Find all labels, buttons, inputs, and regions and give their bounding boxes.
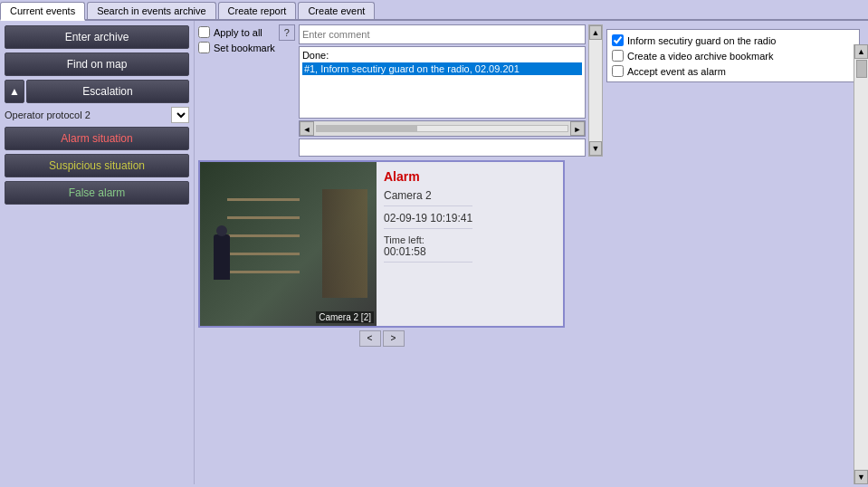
- comment-display: [299, 138, 586, 157]
- right-checkbox-2[interactable]: [612, 65, 624, 77]
- done-text: #1, Inform secutiry guard on the radio, …: [302, 62, 582, 75]
- time-left-field: Time left: 00:01:58: [384, 234, 472, 263]
- hscroll-left-button[interactable]: ◄: [300, 121, 314, 136]
- right-checkbox-row-2: Accept event as alarm: [612, 65, 854, 77]
- done-label: Done:: [302, 50, 329, 61]
- tab-current-events[interactable]: Current events: [0, 2, 85, 21]
- main-scroll-down-button[interactable]: ▼: [854, 470, 868, 484]
- false-alarm-button[interactable]: False alarm: [5, 181, 189, 205]
- right-checkbox-0[interactable]: [612, 34, 624, 46]
- camera-thumbnail-label: Camera 2 [2]: [316, 311, 374, 323]
- checkboxes-area: Apply to all Set bookmark: [198, 24, 275, 53]
- left-panel: Enter archive Find on map ▲ Escalation O…: [0, 21, 195, 484]
- comment-input[interactable]: [299, 24, 586, 44]
- event-info: Alarm Camera 2 02-09-19 10:19:41 Time le…: [377, 162, 480, 326]
- nav-next-button[interactable]: >: [383, 330, 405, 347]
- set-bookmark-checkbox[interactable]: [198, 42, 210, 53]
- event-card-wrapper: Camera 2 [2] Alarm Camera 2 02-09-19 10:…: [198, 160, 565, 347]
- right-checkbox-1[interactable]: [612, 50, 624, 62]
- tab-create-report[interactable]: Create report: [218, 2, 297, 19]
- protocol-label: Operator protocol 2: [5, 110, 169, 120]
- escalation-button[interactable]: Escalation: [26, 80, 189, 103]
- protocol-select[interactable]: 2 1 3: [171, 107, 189, 123]
- vscroll-track: [589, 40, 602, 141]
- right-label-0: Inform secutiry guard on the radio: [627, 35, 776, 46]
- help-button[interactable]: ?: [279, 24, 295, 41]
- enter-archive-button[interactable]: Enter archive: [5, 25, 189, 49]
- main-scroll-track: [854, 59, 868, 470]
- hscroll-track[interactable]: [316, 125, 568, 132]
- hscroll-thumb: [317, 126, 417, 131]
- set-bookmark-label: Set bookmark: [214, 43, 275, 53]
- protocol-row: Operator protocol 2 2 1 3: [5, 107, 189, 123]
- bottom-row: Camera 2 [2] Alarm Camera 2 02-09-19 10:…: [198, 160, 864, 347]
- escalation-up-button[interactable]: ▲: [5, 80, 24, 103]
- shelf-5: [227, 271, 300, 273]
- nav-row: < >: [198, 330, 565, 347]
- comment-vscrollbar[interactable]: ▲ ▼: [588, 24, 603, 157]
- shelf-1: [227, 198, 300, 201]
- person-head: [216, 225, 227, 236]
- set-bookmark-row: Set bookmark: [198, 42, 275, 53]
- camera-thumbnail: Camera 2 [2]: [200, 162, 377, 326]
- right-label-1: Create a video archive bookmark: [627, 51, 773, 62]
- right-panel: Inform secutiry guard on the radio Creat…: [606, 29, 860, 82]
- suspicious-situation-button[interactable]: Suspicious situation: [5, 154, 189, 177]
- top-row: Apply to all Set bookmark ? Done: #1, In…: [198, 24, 864, 157]
- tab-search-archive[interactable]: Search in events archive: [87, 2, 215, 19]
- event-card: Camera 2 [2] Alarm Camera 2 02-09-19 10:…: [198, 160, 565, 328]
- apply-to-all-row: Apply to all: [198, 26, 275, 38]
- nav-prev-button[interactable]: <: [359, 330, 381, 347]
- horizontal-scrollbar[interactable]: ◄ ►: [299, 120, 586, 137]
- main-scroll-up-button[interactable]: ▲: [854, 44, 868, 59]
- hscroll-right-button[interactable]: ►: [570, 121, 585, 136]
- escalation-row: ▲ Escalation: [5, 80, 189, 103]
- shelf-4: [227, 253, 300, 255]
- datetime-field: 02-09-19 10:19:41: [384, 212, 472, 229]
- store-background: [200, 162, 377, 326]
- right-checkbox-row-1: Create a video archive bookmark: [612, 50, 854, 62]
- apply-to-all-checkbox[interactable]: [198, 26, 210, 38]
- person-silhouette: [214, 234, 230, 280]
- find-on-map-button[interactable]: Find on map: [5, 53, 189, 76]
- right-checkbox-row-0: Inform secutiry guard on the radio: [612, 34, 854, 46]
- alarm-situation-button[interactable]: Alarm situation: [5, 127, 189, 150]
- time-left-label: Time left:: [384, 234, 472, 245]
- main-scroll-thumb: [856, 60, 867, 78]
- center-right-area: Apply to all Set bookmark ? Done: #1, In…: [195, 21, 868, 484]
- shelf-3: [227, 234, 300, 237]
- apply-to-all-label: Apply to all: [214, 27, 262, 38]
- comment-main: Done: #1, Inform secutiry guard on the r…: [299, 24, 586, 157]
- main-vscrollbar[interactable]: ▲ ▼: [854, 44, 868, 484]
- product-display: [322, 189, 367, 298]
- alarm-title: Alarm: [384, 169, 472, 184]
- tab-create-event[interactable]: Create event: [298, 2, 375, 19]
- done-area: Done: #1, Inform secutiry guard on the r…: [299, 46, 586, 119]
- vscroll-up-button[interactable]: ▲: [589, 25, 602, 40]
- time-left-value: 00:01:58: [384, 245, 472, 258]
- shelf-2: [227, 216, 300, 219]
- right-label-2: Accept event as alarm: [627, 66, 726, 77]
- main-content: Enter archive Find on map ▲ Escalation O…: [0, 21, 868, 484]
- vscroll-down-button[interactable]: ▼: [589, 141, 602, 156]
- camera-name-field: Camera 2: [384, 189, 472, 206]
- tab-bar: Current events Search in events archive …: [0, 0, 868, 21]
- comment-section: Done: #1, Inform secutiry guard on the r…: [299, 24, 603, 157]
